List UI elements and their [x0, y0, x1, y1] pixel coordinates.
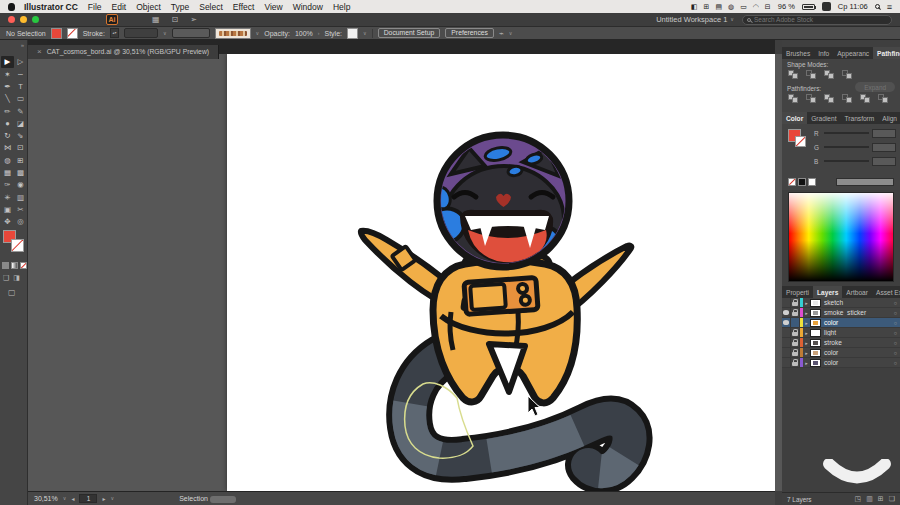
draw-normal-icon[interactable]: ❑ — [3, 274, 9, 282]
color-spectrum-picker[interactable] — [788, 192, 894, 282]
layer-name[interactable]: sketch — [821, 299, 891, 306]
slider-track[interactable] — [824, 132, 869, 134]
direct-selection-tool[interactable]: ▷ — [14, 56, 27, 68]
layer-name[interactable]: stroke — [821, 339, 891, 346]
visibility-toggle[interactable] — [782, 298, 791, 307]
minus-front-icon[interactable] — [806, 70, 818, 80]
titlebar-icon-0[interactable]: ▦ — [152, 15, 160, 24]
layer-row-stroke[interactable]: ▸stroke○ — [782, 338, 900, 348]
collapse-dock-icon[interactable]: » — [21, 42, 24, 48]
layer-name[interactable]: color — [821, 359, 891, 366]
draw-behind-icon[interactable]: ◨ — [13, 274, 20, 282]
slice-tool[interactable]: ✂ — [14, 204, 27, 216]
zoom-tool[interactable]: ◎ — [14, 216, 27, 228]
lock-toggle[interactable] — [791, 308, 800, 317]
tab-gradient[interactable]: Gradient — [807, 112, 840, 124]
layer-row-color[interactable]: ▸color○ — [782, 318, 900, 328]
rectangle-tool[interactable]: ▭ — [14, 93, 27, 105]
battery-percent[interactable]: 96 % — [778, 2, 795, 11]
menubar-status-icon-0[interactable]: ◧ — [691, 3, 698, 10]
visibility-toggle[interactable] — [782, 348, 791, 357]
lock-toggle[interactable] — [791, 358, 800, 367]
fill-color-swatch[interactable] — [51, 28, 62, 39]
menu-window[interactable]: Window — [293, 2, 323, 12]
notification-center-icon[interactable]: ≡ — [887, 2, 892, 12]
tab-info[interactable]: Info — [814, 47, 833, 59]
target-icon[interactable]: ○ — [891, 350, 900, 356]
lasso-tool[interactable]: ∽ — [14, 68, 27, 80]
menu-effect[interactable]: Effect — [233, 2, 255, 12]
titlebar-icon-1[interactable]: ⊡ — [172, 15, 179, 24]
lock-toggle[interactable] — [791, 298, 800, 307]
gradient-button[interactable] — [11, 262, 18, 269]
exclude-icon[interactable] — [842, 70, 854, 80]
slider-value-field[interactable] — [872, 143, 896, 152]
perspective-grid-tool[interactable]: ⊞ — [14, 154, 27, 166]
visibility-toggle[interactable] — [782, 318, 791, 327]
disclosure-icon[interactable]: ▸ — [803, 340, 810, 346]
status-indicator[interactable]: Selection — [179, 495, 208, 502]
visibility-toggle[interactable] — [782, 328, 791, 337]
eraser-tool[interactable]: ◪ — [14, 117, 27, 129]
brush-definition-preview[interactable] — [215, 28, 251, 39]
expand-button[interactable]: Expand — [855, 82, 895, 92]
lock-toggle[interactable] — [791, 318, 800, 327]
menubar-status-icon-5[interactable]: ◠ — [753, 3, 759, 10]
stroke-swatch[interactable] — [11, 239, 24, 252]
target-icon[interactable]: ○ — [891, 340, 900, 346]
next-artboard-button[interactable]: ▸ — [102, 495, 105, 502]
document-tab[interactable]: × CAT_cosmos_bord.ai @ 30,51% (RGB/GPU P… — [28, 45, 219, 59]
visibility-toggle[interactable] — [782, 358, 791, 367]
disclosure-icon[interactable]: ▸ — [803, 300, 810, 306]
color-slider-g[interactable]: G — [814, 140, 896, 154]
scale-tool[interactable]: ⇘ — [14, 130, 27, 142]
tab-appearanc[interactable]: Appearanc — [833, 47, 873, 59]
stroke-weight-dropdown[interactable] — [124, 28, 158, 38]
trim-icon[interactable] — [806, 94, 818, 104]
selection-tool[interactable]: ▶ — [1, 56, 14, 68]
app-menu-title[interactable]: Illustrator CC — [24, 2, 78, 12]
target-icon[interactable]: ○ — [891, 360, 900, 366]
color-slider-b[interactable]: B — [814, 154, 896, 168]
menubar-status-icon-4[interactable]: ▭ — [740, 3, 747, 10]
magic-wand-tool[interactable]: ✶ — [1, 68, 14, 80]
divide-icon[interactable] — [788, 94, 800, 104]
none-swatch[interactable] — [788, 178, 796, 186]
arrange-documents-icon[interactable]: ⌁ — [499, 29, 504, 38]
layer-name[interactable]: smoke_sticker — [821, 309, 891, 316]
color-button[interactable] — [2, 262, 9, 269]
lock-toggle[interactable] — [791, 348, 800, 357]
layer-row-light[interactable]: ▸light○ — [782, 328, 900, 338]
titlebar-icon-2[interactable]: ➢ — [190, 15, 197, 24]
disclosure-icon[interactable]: ▸ — [803, 320, 810, 326]
stock-search-field[interactable] — [742, 15, 892, 25]
document-setup-button[interactable]: Document Setup — [378, 28, 441, 38]
mesh-tool[interactable]: ▦ — [1, 167, 14, 179]
layer-row-color[interactable]: ▸color○ — [782, 358, 900, 368]
tab-brushes[interactable]: Brushes — [782, 47, 814, 59]
eyedropper-tool[interactable]: ✑ — [1, 179, 14, 191]
target-icon[interactable]: ○ — [891, 300, 900, 306]
width-tool[interactable]: ⋈ — [1, 142, 14, 154]
menu-file[interactable]: File — [88, 2, 102, 12]
black-swatch[interactable] — [798, 178, 806, 186]
outline-icon[interactable] — [860, 94, 872, 104]
tab-pathfinder[interactable]: Pathfinder — [873, 47, 900, 59]
menubar-status-icon-6[interactable]: ⊟ — [765, 3, 771, 10]
slider-value-field[interactable] — [872, 129, 896, 138]
unite-icon[interactable] — [788, 70, 800, 80]
canvas-pasteboard[interactable] — [28, 54, 775, 491]
column-graph-tool[interactable]: ▥ — [14, 191, 27, 203]
free-transform-tool[interactable]: ⊡ — [14, 142, 27, 154]
tab-align[interactable]: Align — [878, 112, 900, 124]
target-icon[interactable]: ○ — [891, 320, 900, 326]
disclosure-icon[interactable]: ▸ — [803, 330, 810, 336]
intersect-icon[interactable] — [824, 70, 836, 80]
color-stroke-swatch[interactable] — [795, 136, 806, 147]
menubar-clock[interactable]: Ср 11:06 — [838, 2, 868, 11]
artboard-number-field[interactable]: 1 — [79, 494, 97, 503]
menu-help[interactable]: Help — [333, 2, 350, 12]
lock-toggle[interactable] — [791, 328, 800, 337]
blend-tool[interactable]: ◉ — [14, 179, 27, 191]
prev-artboard-button[interactable]: ◂ — [71, 495, 74, 502]
